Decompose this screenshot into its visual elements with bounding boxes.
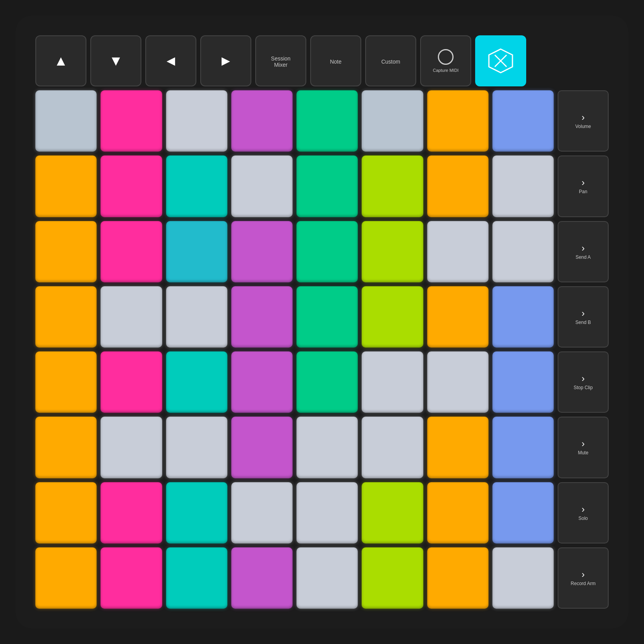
pad-1-7[interactable] xyxy=(492,156,554,217)
pad-6-0[interactable] xyxy=(35,482,97,543)
pad-5-0[interactable] xyxy=(35,417,97,478)
pad-7-4[interactable] xyxy=(296,547,358,609)
pad-4-7[interactable] xyxy=(492,351,554,413)
pad-3-6[interactable] xyxy=(427,286,488,348)
pad-4-1[interactable] xyxy=(101,351,162,413)
record-arm-button[interactable]: › Record Arm xyxy=(558,547,609,609)
pad-4-3[interactable] xyxy=(231,351,293,413)
note-button[interactable]: Note xyxy=(310,35,361,86)
stop-clip-arrow-icon: › xyxy=(582,374,585,383)
pad-5-5[interactable] xyxy=(362,417,423,478)
pad-7-1[interactable] xyxy=(101,547,162,609)
pad-5-3[interactable] xyxy=(231,417,293,478)
pad-7-5[interactable] xyxy=(362,547,423,609)
pan-arrow-icon: › xyxy=(582,178,585,187)
pad-3-4[interactable] xyxy=(296,286,358,348)
pad-2-5[interactable] xyxy=(362,221,423,282)
stop-clip-button[interactable]: › Stop Clip xyxy=(558,351,609,413)
pad-7-3[interactable] xyxy=(231,547,293,609)
pad-1-2[interactable] xyxy=(166,156,227,217)
down-arrow-icon: ▼ xyxy=(109,53,123,69)
pad-6-1[interactable] xyxy=(101,482,162,543)
session-mixer-button[interactable]: Session Mixer xyxy=(255,35,306,86)
pad-0-6[interactable] xyxy=(427,90,488,152)
pad-7-7[interactable] xyxy=(492,547,554,609)
stop-clip-label: Stop Clip xyxy=(574,385,593,390)
pad-5-2[interactable] xyxy=(166,417,227,478)
pad-5-7[interactable] xyxy=(492,417,554,478)
pad-2-3[interactable] xyxy=(231,221,293,282)
send-b-button[interactable]: › Send B xyxy=(558,286,609,348)
pad-2-6[interactable] xyxy=(427,221,488,282)
grid-row-5 xyxy=(35,417,554,478)
novation-button[interactable] xyxy=(475,35,526,86)
grid-row-7 xyxy=(35,547,554,609)
pad-6-6[interactable] xyxy=(427,482,488,543)
pad-3-1[interactable] xyxy=(101,286,162,348)
custom-label: Custom xyxy=(381,59,400,65)
left-button[interactable]: ◄ xyxy=(145,35,196,86)
pad-3-7[interactable] xyxy=(492,286,554,348)
pad-6-2[interactable] xyxy=(166,482,227,543)
pad-1-1[interactable] xyxy=(101,156,162,217)
up-button[interactable]: ▲ xyxy=(35,35,86,86)
volume-arrow-icon: › xyxy=(582,113,585,122)
pad-6-5[interactable] xyxy=(362,482,423,543)
pad-4-6[interactable] xyxy=(427,351,488,413)
pad-2-7[interactable] xyxy=(492,221,554,282)
pad-3-2[interactable] xyxy=(166,286,227,348)
pad-6-4[interactable] xyxy=(296,482,358,543)
left-arrow-icon: ◄ xyxy=(164,53,178,69)
grid-row-4 xyxy=(35,351,554,413)
pad-0-5[interactable] xyxy=(362,90,423,152)
solo-label: Solo xyxy=(578,516,588,521)
pad-7-2[interactable] xyxy=(166,547,227,609)
novation-icon xyxy=(487,47,514,75)
pad-6-7[interactable] xyxy=(492,482,554,543)
pad-0-4[interactable] xyxy=(296,90,358,152)
pan-button[interactable]: › Pan xyxy=(558,156,609,217)
pad-3-5[interactable] xyxy=(362,286,423,348)
pad-7-6[interactable] xyxy=(427,547,488,609)
pad-0-0[interactable] xyxy=(35,90,97,152)
send-b-label: Send B xyxy=(575,320,591,325)
pad-3-0[interactable] xyxy=(35,286,97,348)
pad-grid xyxy=(35,90,554,609)
pad-4-2[interactable] xyxy=(166,351,227,413)
pad-5-4[interactable] xyxy=(296,417,358,478)
main-area: › Volume › Pan › Send A › Send B › Stop … xyxy=(35,90,609,609)
pad-1-0[interactable] xyxy=(35,156,97,217)
down-button[interactable]: ▼ xyxy=(90,35,141,86)
solo-button[interactable]: › Solo xyxy=(558,482,609,543)
pad-0-7[interactable] xyxy=(492,90,554,152)
pan-label: Pan xyxy=(579,189,587,194)
pad-6-3[interactable] xyxy=(231,482,293,543)
pad-1-4[interactable] xyxy=(296,156,358,217)
pad-1-3[interactable] xyxy=(231,156,293,217)
session-label: Session Mixer xyxy=(271,55,291,68)
pad-1-6[interactable] xyxy=(427,156,488,217)
volume-button[interactable]: › Volume xyxy=(558,90,609,152)
mute-button[interactable]: › Mute xyxy=(558,417,609,478)
pad-1-5[interactable] xyxy=(362,156,423,217)
pad-0-1[interactable] xyxy=(101,90,162,152)
right-button[interactable]: ► xyxy=(200,35,251,86)
pad-5-6[interactable] xyxy=(427,417,488,478)
pad-2-1[interactable] xyxy=(101,221,162,282)
pad-3-3[interactable] xyxy=(231,286,293,348)
custom-button[interactable]: Custom xyxy=(365,35,416,86)
pad-2-0[interactable] xyxy=(35,221,97,282)
pad-0-3[interactable] xyxy=(231,90,293,152)
pad-5-1[interactable] xyxy=(101,417,162,478)
pad-4-5[interactable] xyxy=(362,351,423,413)
pad-7-0[interactable] xyxy=(35,547,97,609)
send-a-button[interactable]: › Send A xyxy=(558,221,609,282)
pad-4-4[interactable] xyxy=(296,351,358,413)
pad-4-0[interactable] xyxy=(35,351,97,413)
pad-0-2[interactable] xyxy=(166,90,227,152)
send-b-arrow-icon: › xyxy=(582,309,585,318)
grid-row-3 xyxy=(35,286,554,348)
pad-2-2[interactable] xyxy=(166,221,227,282)
pad-2-4[interactable] xyxy=(296,221,358,282)
capture-midi-button[interactable]: Capture MIDI xyxy=(420,35,471,86)
